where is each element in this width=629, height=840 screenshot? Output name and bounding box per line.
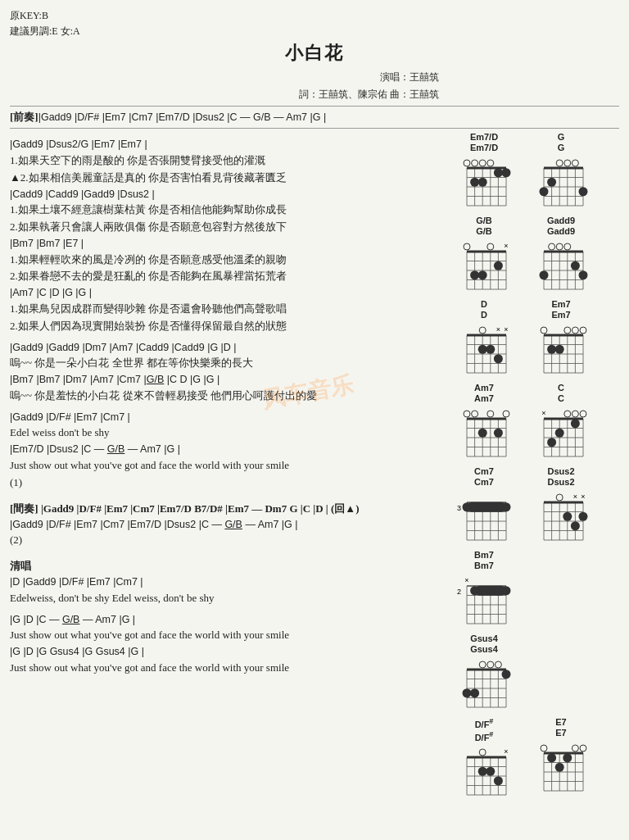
svg-point-144 — [571, 419, 580, 428]
svg-point-35 — [579, 187, 588, 196]
chords-bar: |Gadd9 |Gadd9 |Dm7 |Am7 |Cadd9 |Cadd9 |G… — [10, 340, 441, 356]
prelude-section: [前奏]|Gadd9 |D/F# |Em7 |Cm7 |Em7/D |Dsus2… — [10, 110, 619, 125]
svg-point-237 — [486, 767, 495, 776]
chord-diagram-name: D/F# — [475, 730, 494, 742]
svg-point-51 — [487, 243, 494, 250]
svg-text:×: × — [464, 576, 468, 584]
svg-point-165 — [470, 502, 479, 511]
lyrics-line: (2) — [10, 532, 441, 549]
chord-diagram-name: C — [558, 393, 564, 403]
svg-point-109 — [547, 345, 556, 354]
lyrics-line: 2.如果執著只會讓人兩敗俱傷 你是否願意包容對方然後放下 — [10, 219, 441, 236]
svg-point-142 — [572, 411, 578, 417]
chord-svg — [455, 404, 513, 463]
lyrics-line: Just show out what you've got and face t… — [10, 660, 441, 677]
svg-point-55 — [470, 270, 479, 279]
chord-diagram-name: G/B — [476, 216, 492, 225]
svg-point-252 — [541, 745, 547, 751]
chord-diagram: Dsus2Dsus2 ×× — [524, 466, 598, 547]
chord-svg: ×× — [455, 320, 513, 379]
chord-diagram-name: Gadd9 — [547, 226, 575, 236]
chord-diagram: CC × — [524, 383, 598, 463]
svg-point-69 — [556, 243, 563, 250]
svg-text:×: × — [541, 409, 545, 417]
chord-diagram: D/F#D/F# × — [447, 717, 521, 801]
svg-point-104 — [541, 327, 547, 334]
prelude-label: [前奏] — [10, 111, 38, 123]
chords-bar: |Bm7 |Bm7 |E7 | — [10, 236, 441, 252]
singer-line1: 演唱：王囍筑 — [10, 69, 439, 85]
svg-point-203 — [478, 586, 487, 595]
chord-diagram-row: Am7Am7 CC × — [447, 383, 619, 463]
svg-point-217 — [479, 661, 486, 668]
chords-bar: |Em7/D |Dsus2 |C — G/B — Am7 |G | — [10, 442, 441, 457]
svg-point-222 — [470, 688, 479, 697]
chord-svg — [532, 237, 590, 296]
svg-point-37 — [540, 187, 549, 196]
svg-text:×: × — [496, 325, 500, 334]
svg-point-70 — [564, 243, 571, 250]
lyrics-line: 2.如果眷戀不去的愛是狂亂的 你是否能夠在風暴裡當拓荒者 — [10, 268, 441, 285]
chords-bar: |Gadd9 |D/F# |Em7 |Cm7 |Em7/D |Dsus2 |C … — [10, 517, 441, 533]
chords-bar: |Gadd9 |D/F# |Em7 |Cm7 | — [10, 410, 441, 425]
svg-point-124 — [487, 411, 494, 417]
chord-diagram-row: Em7/DEm7/D GG — [447, 132, 619, 212]
divider-mid — [10, 128, 619, 129]
chord-diagram: Cm7Cm7 3 — [447, 466, 521, 547]
chord-diagram-name: G/B — [476, 226, 492, 236]
chord-svg: × — [455, 237, 513, 296]
chord-diagram-name: G — [558, 143, 565, 152]
chord-svg — [532, 738, 590, 797]
chord-diagram-name: Gsus4 — [470, 633, 498, 643]
lyrics-line: 1.如果鳥兒因成群而變得吵雜 你是否還會聆聽他們高聲歌唱 — [10, 301, 441, 318]
svg-point-126 — [494, 429, 503, 438]
section-header: 清唱 — [10, 559, 441, 574]
chord-diagram-name: Em7/D — [470, 143, 498, 152]
chord-svg: × — [532, 404, 590, 463]
svg-point-105 — [564, 327, 571, 334]
lyrics-line: 1.如果天空下的雨是酸的 你是否張開雙臂接受他的灌溉 — [10, 152, 441, 170]
chord-diagram-row: D/F#D/F# × E7E7 — [447, 717, 619, 801]
svg-point-255 — [563, 753, 572, 762]
chord-diagram-name: Cm7 — [474, 466, 494, 476]
svg-text:×: × — [504, 242, 508, 250]
chord-diagram-name: D — [481, 310, 487, 320]
chords-bar: |G |D |C — G/B — Am7 |G | — [10, 612, 441, 628]
chord-diagram-name: Gsus4 — [470, 644, 498, 654]
svg-point-122 — [464, 411, 470, 417]
svg-point-54 — [478, 270, 487, 279]
svg-point-200 — [502, 586, 511, 595]
chord-diagram: Am7Am7 — [447, 383, 521, 463]
svg-point-36 — [547, 178, 556, 187]
svg-point-179 — [556, 494, 563, 501]
svg-point-72 — [579, 270, 588, 279]
svg-point-90 — [494, 354, 503, 363]
chord-diagram: Em7Em7 — [524, 299, 598, 379]
chords-bar: |Bm7 |Bm7 |Dm7 |Am7 |Cm7 |G/B |C D |G |G… — [10, 372, 441, 388]
chord-diagram-name: Em7 — [551, 310, 570, 320]
chord-svg: 3 — [455, 488, 513, 547]
chord-diagram: DD ×× — [447, 299, 521, 379]
chords-bar: |Cadd9 |Cadd9 |Gadd9 |Dsus2 | — [10, 187, 441, 202]
blank-line — [10, 549, 441, 554]
original-key: 原KEY:B — [10, 8, 619, 24]
svg-point-145 — [555, 429, 564, 438]
svg-point-257 — [547, 753, 556, 762]
chord-diagram-name: Bm7 — [474, 561, 494, 570]
chord-diagram-name: E7 — [555, 728, 566, 738]
lyrics-line: 1.如果輕輕吹來的風是冷冽的 你是否願意感受他溫柔的親吻 — [10, 252, 441, 269]
svg-point-204 — [470, 586, 479, 595]
lyrics-line: Edelweiss, don't be shy Edel weiss, don'… — [10, 590, 441, 607]
lyrics-line: ▲2.如果相信美麗童話是真的 你是否害怕看見背後藏著匱乏 — [10, 170, 441, 187]
singer-line2: 詞：王囍筑、陳宗佑 曲：王囍筑 — [10, 86, 439, 102]
chord-svg — [532, 153, 590, 212]
svg-point-17 — [494, 168, 503, 177]
svg-point-68 — [549, 243, 555, 250]
svg-point-86 — [479, 327, 486, 334]
svg-point-238 — [494, 777, 503, 786]
chord-diagram: Bm7Bm7 2 × — [447, 550, 521, 630]
svg-point-202 — [486, 586, 495, 595]
chord-diagram-name: C — [558, 383, 564, 393]
chord-diagram-name: Dsus2 — [547, 477, 574, 487]
chord-svg — [455, 153, 513, 212]
